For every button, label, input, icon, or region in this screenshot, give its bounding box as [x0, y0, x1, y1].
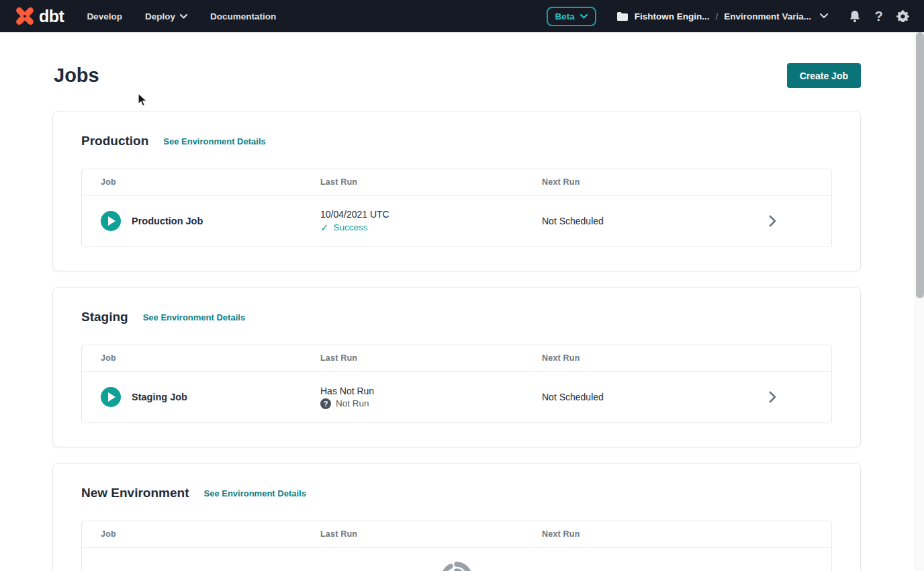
notifications-bell-icon[interactable]	[848, 10, 861, 23]
see-environment-details-link[interactable]: See Environment Details	[143, 312, 245, 322]
next-run-value: Not Scheduled	[542, 216, 604, 226]
column-header-job: Job	[82, 353, 320, 363]
last-run-date: 10/04/2021 UTC	[320, 209, 542, 220]
jobs-table: Job Last Run Next Run	[81, 521, 832, 571]
last-run-status: Not Run	[336, 398, 369, 408]
jobs-table-header: Job Last Run Next Run	[82, 345, 831, 371]
environment-card-staging: Staging See Environment Details Job Last…	[52, 287, 861, 447]
nav-menu: Develop Deploy Documentation	[87, 11, 276, 21]
last-run-date: Has Not Run	[320, 386, 542, 396]
environment-card-header: Production See Environment Details	[81, 134, 832, 148]
run-job-play-button[interactable]	[101, 211, 121, 231]
page-title: Jobs	[54, 64, 99, 87]
nav-icon-group: ?	[848, 10, 909, 23]
column-header-job: Job	[82, 529, 320, 539]
environment-card-production: Production See Environment Details Job L…	[52, 111, 861, 271]
dbt-logo-text: dbt	[39, 7, 64, 26]
column-header-last-run: Last Run	[320, 529, 542, 539]
nav-right: Beta Fishtown Engin... / Environment Var…	[547, 7, 909, 26]
page-header: Jobs Create Job	[54, 63, 861, 88]
nav-item-develop[interactable]: Develop	[87, 11, 122, 21]
job-row[interactable]: Staging Job Has Not Run ? Not Run Not Sc…	[82, 371, 831, 423]
job-row[interactable]: Production Job 10/04/2021 UTC ✓ Success …	[82, 195, 831, 247]
help-icon-glyph: ?	[874, 9, 882, 23]
empty-jobs-area	[82, 547, 831, 571]
column-header-next-run: Next Run	[542, 177, 750, 187]
jobs-table-header: Job Last Run Next Run	[82, 169, 831, 195]
nav-item-label: Documentation	[210, 11, 276, 21]
breadcrumb-page[interactable]: Environment Varia...	[724, 11, 811, 21]
dbt-logo[interactable]: dbt	[15, 6, 64, 26]
environment-name: New Environment	[81, 486, 189, 500]
job-name[interactable]: Production Job	[132, 216, 203, 226]
folder-icon	[616, 11, 629, 21]
vertical-scrollbar-thumb[interactable]	[916, 32, 924, 298]
breadcrumb: Fishtown Engin... / Environment Varia...	[616, 11, 828, 21]
see-environment-details-link[interactable]: See Environment Details	[203, 488, 306, 498]
run-job-play-button[interactable]	[101, 387, 121, 407]
nav-item-deploy[interactable]: Deploy	[145, 11, 187, 21]
jobs-table: Job Last Run Next Run Production Job 10/…	[81, 169, 832, 247]
column-header-next-run: Next Run	[542, 529, 750, 539]
create-job-button[interactable]: Create Job	[787, 63, 861, 88]
main-content: Jobs Create Job Production See Environme…	[0, 32, 915, 571]
column-header-job: Job	[82, 177, 320, 187]
chevron-right-icon[interactable]	[769, 215, 776, 227]
play-icon	[108, 216, 116, 226]
jobs-table-header: Job Last Run Next Run	[82, 521, 831, 547]
play-icon	[108, 392, 116, 402]
beta-label: Beta	[555, 11, 575, 21]
breadcrumb-separator: /	[716, 11, 719, 21]
environment-card-header: New Environment See Environment Details	[81, 486, 832, 500]
environment-name: Production	[81, 134, 148, 148]
breadcrumb-project[interactable]: Fishtown Engin...	[635, 11, 710, 21]
next-run-value: Not Scheduled	[542, 392, 604, 402]
see-environment-details-link[interactable]: See Environment Details	[163, 136, 265, 146]
nav-item-label: Develop	[87, 11, 122, 21]
vertical-scrollbar-track[interactable]	[915, 32, 924, 571]
chevron-down-icon	[580, 14, 588, 19]
environment-card-new-environment: New Environment See Environment Details …	[52, 463, 861, 571]
column-header-last-run: Last Run	[320, 177, 542, 187]
settings-gear-icon[interactable]	[896, 10, 909, 23]
check-icon: ✓	[320, 222, 329, 234]
job-name[interactable]: Staging Job	[132, 392, 187, 402]
nav-item-documentation[interactable]: Documentation	[210, 11, 276, 21]
nav-item-label: Deploy	[145, 11, 175, 21]
chevron-down-icon[interactable]	[820, 13, 828, 19]
column-header-next-run: Next Run	[542, 353, 750, 363]
beta-dropdown[interactable]: Beta	[547, 7, 596, 26]
environment-card-header: Staging See Environment Details	[81, 310, 832, 324]
empty-state-icon	[441, 562, 472, 571]
dbt-logo-icon	[15, 6, 35, 26]
jobs-table: Job Last Run Next Run Staging Job Has No…	[81, 345, 832, 423]
help-icon[interactable]: ?	[872, 10, 885, 23]
column-header-last-run: Last Run	[320, 353, 542, 363]
last-run-status: Success	[334, 222, 368, 232]
environment-name: Staging	[81, 310, 128, 324]
question-circle-icon: ?	[320, 398, 331, 409]
top-nav: dbt Develop Deploy Documentation Beta Fi…	[0, 0, 924, 32]
chevron-down-icon	[180, 14, 187, 19]
chevron-right-icon[interactable]	[769, 391, 776, 403]
